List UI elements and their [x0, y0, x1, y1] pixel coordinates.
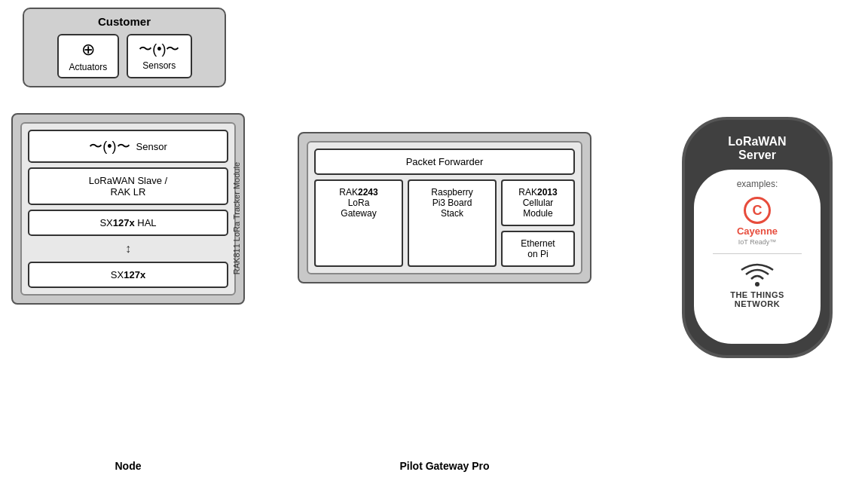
lorawan-slave-box: LoRaWAN Slave /RAK LR — [28, 167, 228, 205]
sx-box: SX127x — [28, 262, 228, 288]
gateway-outer: Packet Forwarder RAK2243LoRaGateway Rasp… — [298, 132, 591, 283]
raspberry-cell: RaspberryPi3 BoardStack — [408, 179, 497, 267]
lorawan-slave-label: LoRaWAN Slave /RAK LR — [38, 175, 218, 198]
ttn-logo: THE THINGSNETWORK — [730, 262, 784, 308]
sensors-icon: 〜(•)〜 — [139, 40, 179, 58]
customer-box: Customer ⊕ Actuators 〜(•)〜 Sensors — [23, 8, 226, 87]
sensors-box: 〜(•)〜 Sensors — [127, 34, 191, 78]
double-arrow: ↕ — [28, 242, 228, 256]
rak2013-cell: RAK2013Cellular Module — [501, 179, 575, 226]
hal-label: SX127x HAL — [99, 217, 156, 228]
customer-title: Customer — [32, 15, 217, 28]
cayenne-logo: C Cayenne IoT Ready™ — [737, 197, 778, 246]
cayenne-c-icon: C — [744, 197, 771, 224]
gateway-label: Pilot Gateway Pro — [298, 460, 591, 472]
sensor-icon: 〜(•)〜 — [89, 137, 130, 155]
actuators-label: Actuators — [69, 62, 108, 72]
lorawan-server-outer: LoRaWANServer examples: C Cayenne IoT Re… — [682, 117, 833, 358]
node-label: Node — [0, 460, 256, 472]
actuators-icon: ⊕ — [81, 40, 95, 60]
cayenne-sub: IoT Ready™ — [738, 238, 776, 246]
rak2243-cell: RAK2243LoRaGateway — [314, 179, 403, 267]
examples-label: examples: — [737, 179, 778, 189]
hal-box: SX127x HAL — [28, 210, 228, 236]
sensors-label: Sensors — [142, 60, 176, 71]
sensor-box: 〜(•)〜 Sensor — [28, 130, 228, 163]
lorawan-server-inner: examples: C Cayenne IoT Ready™ THE TH — [694, 170, 821, 344]
diagram-container: Customer ⊕ Actuators 〜(•)〜 Sensors 〜(•)〜… — [0, 0, 868, 478]
gateway-inner: Packet Forwarder RAK2243LoRaGateway Rasp… — [307, 141, 582, 274]
packet-forwarder-label: Packet Forwarder — [406, 156, 484, 167]
gw-right-column: RAK2013Cellular Module Etherneton Pi — [501, 179, 575, 267]
ethernet-cell: Etherneton Pi — [501, 231, 575, 267]
sensor-label: Sensor — [136, 141, 167, 152]
lorawan-server-title: LoRaWANServer — [728, 135, 786, 162]
rak811-label: RAK811 LoRa Tracker Module — [232, 162, 241, 274]
customer-icons-row: ⊕ Actuators 〜(•)〜 Sensors — [32, 34, 217, 78]
actuators-box: ⊕ Actuators — [57, 34, 120, 78]
svg-point-7 — [755, 282, 760, 286]
sx-label: SX127x — [111, 269, 145, 280]
node-outer: 〜(•)〜 Sensor LoRaWAN Slave /RAK LR SX127… — [11, 113, 245, 305]
packet-forwarder-box: Packet Forwarder — [314, 149, 575, 175]
divider — [713, 253, 802, 254]
ttn-text: THE THINGSNETWORK — [730, 290, 784, 308]
ttn-icon — [738, 262, 776, 288]
cayenne-text: Cayenne — [737, 225, 778, 237]
ethernet-label: Etherneton Pi — [521, 238, 555, 259]
node-inner: 〜(•)〜 Sensor LoRaWAN Slave /RAK LR SX127… — [20, 122, 236, 296]
gateway-bottom-row: RAK2243LoRaGateway RaspberryPi3 BoardSta… — [314, 179, 575, 267]
